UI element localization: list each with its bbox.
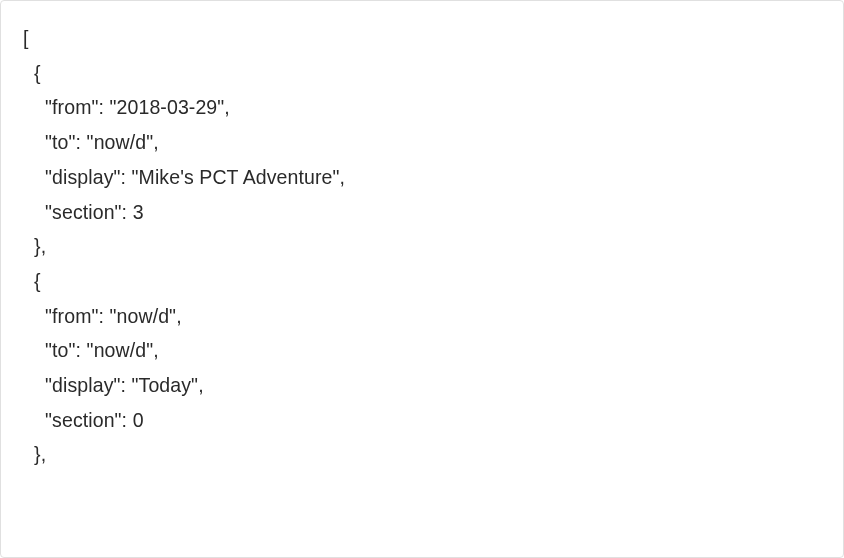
code-snippet-content: [ { "from": "2018-03-29", "to": "now/d",… — [23, 21, 821, 472]
code-snippet-panel: [ { "from": "2018-03-29", "to": "now/d",… — [0, 0, 844, 558]
